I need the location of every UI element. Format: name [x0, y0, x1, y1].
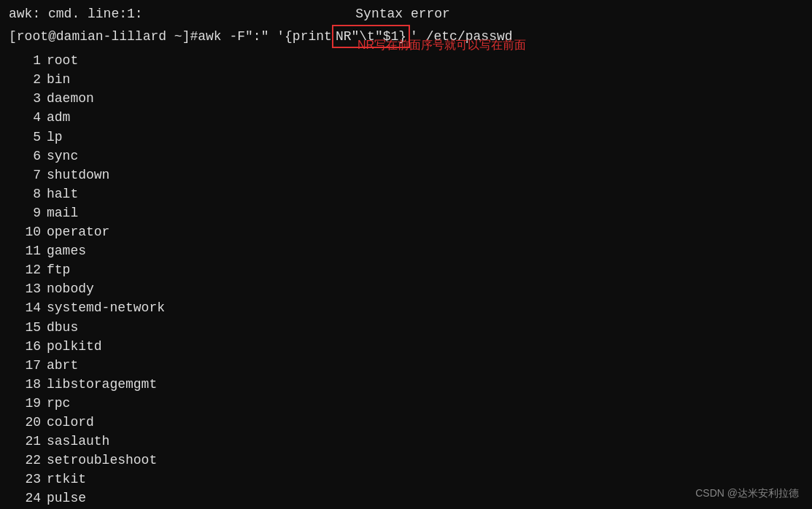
line-number: 15 — [9, 318, 47, 337]
table-row: 22setroubleshoot — [9, 451, 803, 470]
line-number: 21 — [9, 432, 47, 451]
line-value: daemon — [47, 89, 94, 108]
line-number: 9 — [9, 203, 47, 222]
table-row: 18libstoragemgmt — [9, 375, 803, 394]
line-number: 5 — [9, 128, 47, 147]
line-number: 14 — [9, 298, 47, 317]
line-number: 20 — [9, 413, 47, 432]
line-number: 23 — [9, 470, 47, 489]
line-number: 4 — [9, 108, 47, 127]
line-number: 12 — [9, 260, 47, 279]
top-partial-line: awk: cmd. line:1: Syntax error — [9, 4, 803, 23]
table-row: 15dbus — [9, 318, 803, 337]
line-value: pulse — [47, 489, 86, 508]
table-row: 24pulse — [9, 489, 803, 508]
line-number: 18 — [9, 375, 47, 394]
line-number: 2 — [9, 70, 47, 89]
table-row: 12ftp — [9, 260, 803, 279]
line-number: 8 — [9, 184, 47, 203]
line-number: 24 — [9, 489, 47, 508]
table-row: 10operator — [9, 222, 803, 241]
table-row: 6sync — [9, 147, 803, 166]
line-value: abrt — [47, 356, 78, 375]
line-number: 22 — [9, 451, 47, 470]
table-row: 19rpc — [9, 394, 803, 413]
line-value: root — [47, 51, 78, 70]
line-value: bin — [47, 70, 70, 89]
line-number: 6 — [9, 147, 47, 166]
table-row: 20colord — [9, 413, 803, 432]
table-row: 21saslauth — [9, 432, 803, 451]
table-row: 14systemd-network — [9, 298, 803, 317]
line-value: saslauth — [47, 432, 109, 451]
line-value: systemd-network — [47, 298, 165, 317]
terminal-window: awk: cmd. line:1: Syntax error [root@dam… — [0, 0, 812, 509]
line-value: dbus — [47, 318, 78, 337]
table-row: 23rtkit — [9, 470, 803, 489]
line-value: sync — [47, 147, 78, 166]
line-number: 13 — [9, 279, 47, 298]
line-value: ftp — [47, 260, 70, 279]
cmd-before-highlight: awk -F":" '{print — [198, 27, 332, 46]
line-value: polkitd — [47, 337, 102, 356]
annotation-text: NR写在前面序号就可以写在前面 — [357, 38, 526, 53]
table-row: 7shutdown — [9, 166, 803, 184]
line-number: 1 — [9, 51, 47, 70]
table-row: 8halt — [9, 184, 803, 203]
table-row: 13nobody — [9, 279, 803, 298]
table-row: 1root — [9, 51, 803, 70]
prompt: [root@damian-lillard ~]# — [9, 27, 198, 46]
top-line-text: awk: cmd. line:1: Syntax error — [9, 7, 450, 21]
line-number: 17 — [9, 356, 47, 375]
watermark: CSDN @达米安利拉德 — [695, 487, 799, 500]
table-row: 5lp — [9, 128, 803, 147]
table-row: 2bin — [9, 70, 803, 89]
line-number: 7 — [9, 166, 47, 184]
line-value: operator — [47, 222, 109, 241]
line-value: games — [47, 241, 86, 260]
table-row: 11games — [9, 241, 803, 260]
table-row: 16polkitd — [9, 337, 803, 356]
line-value: rpc — [47, 394, 70, 413]
table-row: 17abrt — [9, 356, 803, 375]
line-value: setroubleshoot — [47, 451, 157, 470]
table-row: 4adm — [9, 108, 803, 127]
table-row: 3daemon — [9, 89, 803, 108]
line-value: rtkit — [47, 470, 86, 489]
line-value: mail — [47, 203, 78, 222]
line-number: 10 — [9, 222, 47, 241]
data-lines: 1root2bin3daemon4adm5lp6sync7shutdown8ha… — [9, 51, 803, 509]
line-number: 19 — [9, 394, 47, 413]
line-value: lp — [47, 128, 63, 147]
line-value: colord — [47, 413, 94, 432]
line-value: shutdown — [47, 166, 109, 184]
table-row: 9mail — [9, 203, 803, 222]
line-number: 11 — [9, 241, 47, 260]
line-value: adm — [47, 108, 70, 127]
line-number: 3 — [9, 89, 47, 108]
line-value: nobody — [47, 279, 94, 298]
line-value: libstoragemgmt — [47, 375, 157, 394]
line-number: 16 — [9, 337, 47, 356]
line-value: halt — [47, 184, 78, 203]
